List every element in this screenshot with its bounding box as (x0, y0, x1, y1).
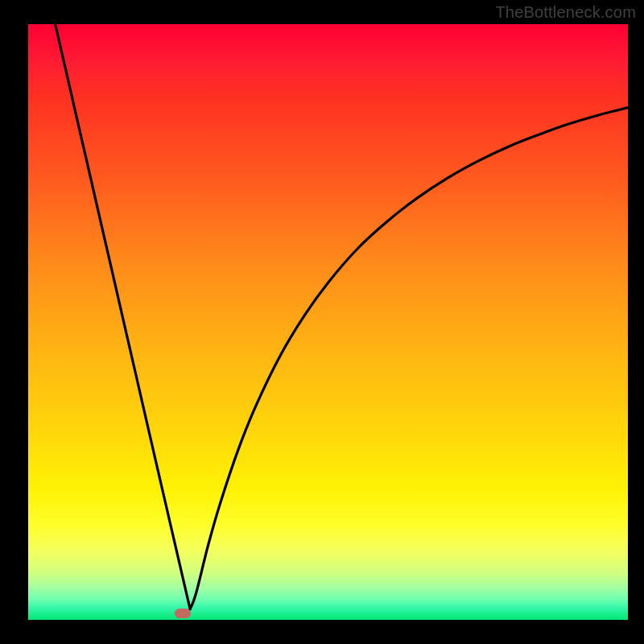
watermark-text: TheBottleneck.com (495, 3, 636, 22)
curve-svg (28, 24, 628, 620)
minimum-marker (175, 609, 191, 618)
curve-right-branch (190, 108, 628, 609)
chart-container: TheBottleneck.com (0, 0, 644, 644)
curve-left-branch (56, 24, 191, 609)
plot-area (28, 24, 628, 620)
